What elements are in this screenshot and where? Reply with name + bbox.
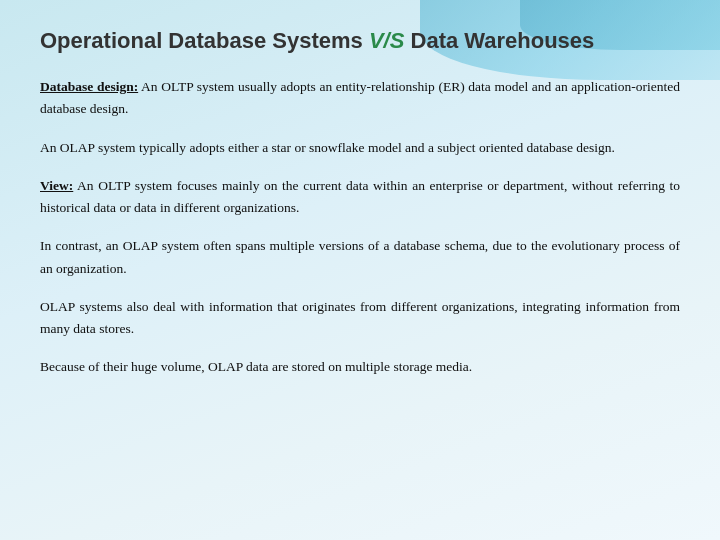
- paragraph-database-design: Database design: An OLTP system usually …: [40, 76, 680, 121]
- label-view: View:: [40, 178, 73, 193]
- paragraph-olap-deal: OLAP systems also deal with information …: [40, 296, 680, 341]
- text-olap-deal: OLAP systems also deal with information …: [40, 299, 680, 336]
- title-prefix: Operational Database Systems: [40, 28, 369, 53]
- paragraph-view: View: An OLTP system focuses mainly on t…: [40, 175, 680, 220]
- title-vs: V/S: [369, 28, 404, 53]
- title-suffix: Data Warehouses: [404, 28, 594, 53]
- text-volume: Because of their huge volume, OLAP data …: [40, 359, 472, 374]
- text-view: An OLTP system focuses mainly on the cur…: [40, 178, 680, 215]
- paragraph-contrast: In contrast, an OLAP system often spans …: [40, 235, 680, 280]
- page-title: Operational Database Systems V/S Data Wa…: [40, 28, 680, 54]
- label-database-design: Database design:: [40, 79, 138, 94]
- paragraph-olap-model: An OLAP system typically adopts either a…: [40, 137, 680, 159]
- paragraph-volume: Because of their huge volume, OLAP data …: [40, 356, 680, 378]
- main-content: Operational Database Systems V/S Data Wa…: [0, 0, 720, 415]
- text-olap-model: An OLAP system typically adopts either a…: [40, 140, 615, 155]
- text-contrast: In contrast, an OLAP system often spans …: [40, 238, 680, 275]
